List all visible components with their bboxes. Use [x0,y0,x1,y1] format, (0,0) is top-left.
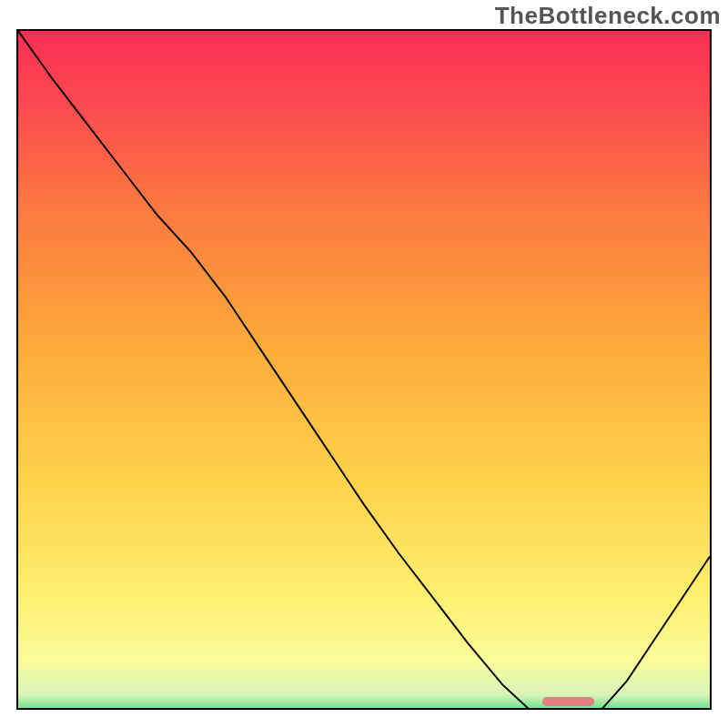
optimal-zone-marker [542,697,594,706]
watermark-text: TheBottleneck.com [495,2,721,30]
chart-area [16,29,712,710]
marker-layer [18,31,710,708]
